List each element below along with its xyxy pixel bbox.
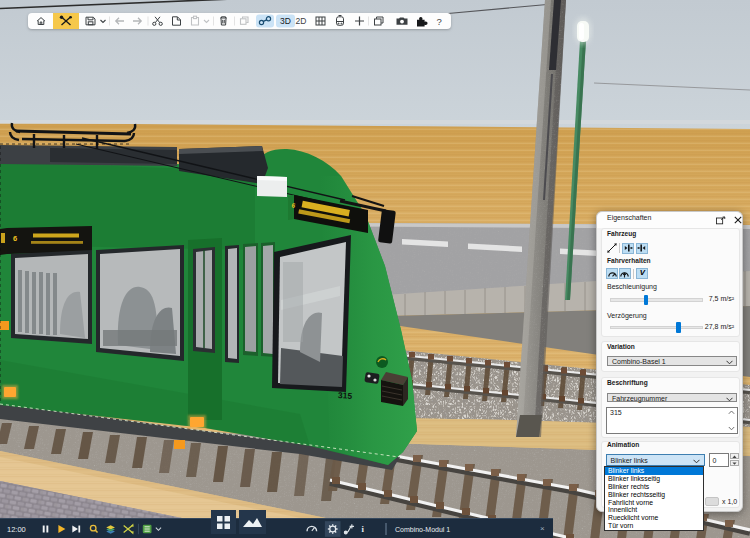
svg-text:?: ? <box>437 16 442 27</box>
svg-text:2D: 2D <box>296 16 307 26</box>
svg-text:315: 315 <box>338 390 353 401</box>
svg-text:6: 6 <box>13 234 17 243</box>
svg-text:i: i <box>361 524 364 534</box>
svg-text:3D: 3D <box>280 16 291 26</box>
